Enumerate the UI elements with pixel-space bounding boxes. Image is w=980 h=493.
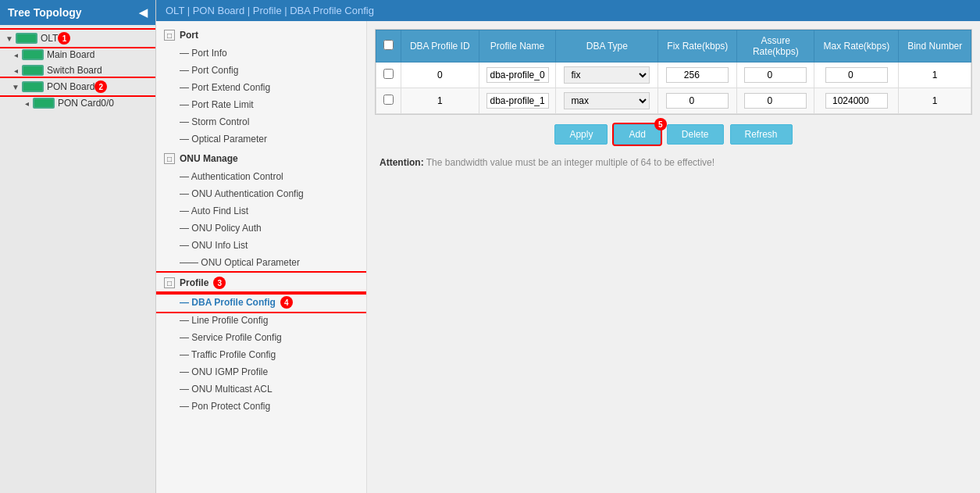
row1-profile-name-input[interactable] bbox=[486, 93, 549, 109]
onu-manage-expand-icon[interactable]: □ bbox=[164, 153, 175, 164]
tree-item-pon-card[interactable]: ◂ PON Card0/0 bbox=[0, 95, 155, 111]
nav-onu-info-list[interactable]: — ONU Info List bbox=[156, 237, 366, 254]
add-button-badge: 5 bbox=[654, 118, 667, 130]
row1-checkbox[interactable] bbox=[383, 95, 394, 105]
row1-fix-rate-input[interactable] bbox=[666, 93, 729, 109]
left-nav: □ Port — Port Info — Port Config — Port … bbox=[156, 21, 367, 493]
sidebar-header: Tree Topology ◀ bbox=[0, 0, 155, 25]
tree-item-switch-board[interactable]: ◂ Switch Board bbox=[0, 63, 155, 78]
row0-checkbox[interactable] bbox=[383, 69, 394, 79]
profile-expand-icon[interactable]: □ bbox=[164, 277, 175, 288]
onu-manage-section-header[interactable]: □ ONU Manage bbox=[156, 149, 366, 168]
nav-port-info[interactable]: — Port Info bbox=[156, 45, 366, 62]
nav-pon-protect-config[interactable]: — Pon Protect Config bbox=[156, 398, 366, 415]
port-section-label: Port bbox=[180, 30, 198, 41]
tree-node-olt: ▼ OLT 1 ◂ Main Board ◂ Switch Board bbox=[0, 28, 155, 113]
nav-port-extend-config[interactable]: — Port Extend Config bbox=[156, 79, 366, 96]
row1-max-rate bbox=[814, 88, 899, 114]
delete-button[interactable]: Delete bbox=[667, 124, 724, 145]
nav-auto-find-list[interactable]: — Auto Find List bbox=[156, 202, 366, 220]
select-all-checkbox[interactable] bbox=[383, 40, 394, 50]
row1-assure-rate-input[interactable] bbox=[744, 93, 807, 109]
onu-manage-section-label: ONU Manage bbox=[180, 153, 238, 164]
row1-profile-name bbox=[479, 88, 556, 114]
expand-icon-switch-board[interactable]: ◂ bbox=[11, 66, 20, 75]
right-panel: DBA Profile ID Profile Name DBA Type Fix… bbox=[367, 21, 980, 493]
dba-profile-badge: 4 bbox=[280, 296, 293, 309]
row0-id: 0 bbox=[401, 63, 479, 88]
pon-board-icon bbox=[22, 81, 44, 92]
table-row: 0 fix max assure assure+fix bbox=[376, 63, 971, 88]
port-expand-icon[interactable]: □ bbox=[164, 30, 175, 41]
olt-badge: 1 bbox=[58, 32, 70, 45]
pon-board-label: PON Board bbox=[47, 81, 94, 92]
col-header-dba-type: DBA Type bbox=[556, 30, 658, 63]
row0-assure-rate-input[interactable] bbox=[744, 67, 807, 83]
nav-port-config[interactable]: — Port Config bbox=[156, 62, 366, 79]
row0-checkbox-cell bbox=[376, 63, 401, 88]
nav-onu-optical-param[interactable]: —— ONU Optical Parameter bbox=[156, 254, 366, 271]
nav-storm-control[interactable]: — Storm Control bbox=[156, 113, 366, 130]
expand-icon-main-board[interactable]: ◂ bbox=[11, 50, 20, 59]
breadcrumb-text: OLT | PON Board | Profile | DBA Profile … bbox=[166, 5, 374, 16]
row0-fix-rate-input[interactable] bbox=[666, 67, 729, 83]
main-board-label: Main Board bbox=[47, 49, 94, 60]
action-buttons: Apply Add 5 Delete Refresh bbox=[375, 124, 972, 145]
tree-item-main-board[interactable]: ◂ Main Board bbox=[0, 47, 155, 63]
nav-onu-multicast-acl[interactable]: — ONU Multicast ACL bbox=[156, 380, 366, 398]
sidebar-collapse-icon[interactable]: ◀ bbox=[139, 6, 148, 19]
refresh-button[interactable]: Refresh bbox=[730, 124, 793, 145]
olt-icon bbox=[16, 33, 37, 44]
nav-optical-parameter[interactable]: — Optical Parameter bbox=[156, 130, 366, 148]
olt-label: OLT bbox=[41, 33, 58, 44]
profile-section-header[interactable]: □ Profile 3 bbox=[156, 273, 366, 293]
main-board-icon bbox=[22, 49, 44, 60]
nav-section-port: □ Port — Port Info — Port Config — Port … bbox=[156, 26, 366, 148]
row1-fix-rate bbox=[658, 88, 737, 114]
nav-onu-igmp-profile[interactable]: — ONU IGMP Profile bbox=[156, 363, 366, 380]
nav-line-profile-config[interactable]: — Line Profile Config bbox=[156, 312, 366, 329]
nav-traffic-profile-config[interactable]: — Traffic Profile Config bbox=[156, 346, 366, 363]
dba-table-container: DBA Profile ID Profile Name DBA Type Fix… bbox=[375, 29, 972, 115]
tree-item-pon-board[interactable]: ▼ PON Board 2 bbox=[0, 78, 155, 95]
sidebar: Tree Topology ◀ ▼ OLT 1 ◂ Main Board bbox=[0, 0, 156, 493]
col-header-assure-rate: AssureRate(kbps) bbox=[737, 30, 814, 63]
sidebar-title: Tree Topology bbox=[8, 6, 82, 19]
row0-dba-type-select[interactable]: fix max assure assure+fix assure+max bbox=[564, 66, 650, 84]
row1-assure-rate bbox=[737, 88, 814, 114]
nav-onu-auth-config[interactable]: — ONU Authentication Config bbox=[156, 185, 366, 202]
row1-bind-number: 1 bbox=[899, 88, 971, 114]
nav-port-rate-limit[interactable]: — Port Rate Limit bbox=[156, 96, 366, 113]
row1-dba-type-select[interactable]: fix max assure assure+fix assure+max bbox=[564, 92, 650, 109]
switch-board-label: Switch Board bbox=[47, 65, 102, 76]
row0-max-rate bbox=[814, 63, 899, 88]
col-header-checkbox bbox=[376, 30, 401, 63]
profile-badge: 3 bbox=[213, 277, 226, 289]
expand-icon-olt[interactable]: ▼ bbox=[5, 34, 14, 43]
content: □ Port — Port Info — Port Config — Port … bbox=[156, 21, 980, 493]
row0-fix-rate bbox=[658, 63, 737, 88]
attention-note: Attention: The bandwidth value must be a… bbox=[375, 154, 972, 171]
port-section-header[interactable]: □ Port bbox=[156, 26, 366, 45]
apply-button[interactable]: Apply bbox=[554, 124, 608, 145]
add-button[interactable]: Add bbox=[614, 124, 660, 145]
nav-service-profile-config[interactable]: — Service Profile Config bbox=[156, 329, 366, 346]
row1-max-rate-input[interactable] bbox=[825, 93, 888, 109]
nav-onu-policy-auth[interactable]: — ONU Policy Auth bbox=[156, 220, 366, 237]
breadcrumb: OLT | PON Board | Profile | DBA Profile … bbox=[156, 0, 980, 21]
table-row: 1 fix max assure assure+fix bbox=[376, 88, 971, 114]
col-header-profile-name: Profile Name bbox=[479, 30, 556, 63]
nav-section-profile: □ Profile 3 — DBA Profile Config 4 — Lin… bbox=[156, 273, 366, 415]
tree-item-olt[interactable]: ▼ OLT 1 bbox=[0, 30, 155, 47]
row1-id: 1 bbox=[401, 88, 479, 114]
pon-card-label: PON Card0/0 bbox=[58, 98, 114, 109]
attention-label: Attention: bbox=[380, 157, 424, 168]
expand-icon-pon-card[interactable]: ◂ bbox=[22, 98, 31, 108]
expand-icon-pon-board[interactable]: ▼ bbox=[11, 82, 20, 91]
nav-dba-profile-config[interactable]: — DBA Profile Config 4 bbox=[156, 293, 366, 312]
nav-auth-control[interactable]: — Authentication Control bbox=[156, 168, 366, 185]
row0-max-rate-input[interactable] bbox=[825, 67, 888, 83]
dba-profile-table: DBA Profile ID Profile Name DBA Type Fix… bbox=[376, 30, 971, 114]
row0-profile-name bbox=[479, 63, 556, 88]
row0-profile-name-input[interactable] bbox=[486, 67, 549, 83]
